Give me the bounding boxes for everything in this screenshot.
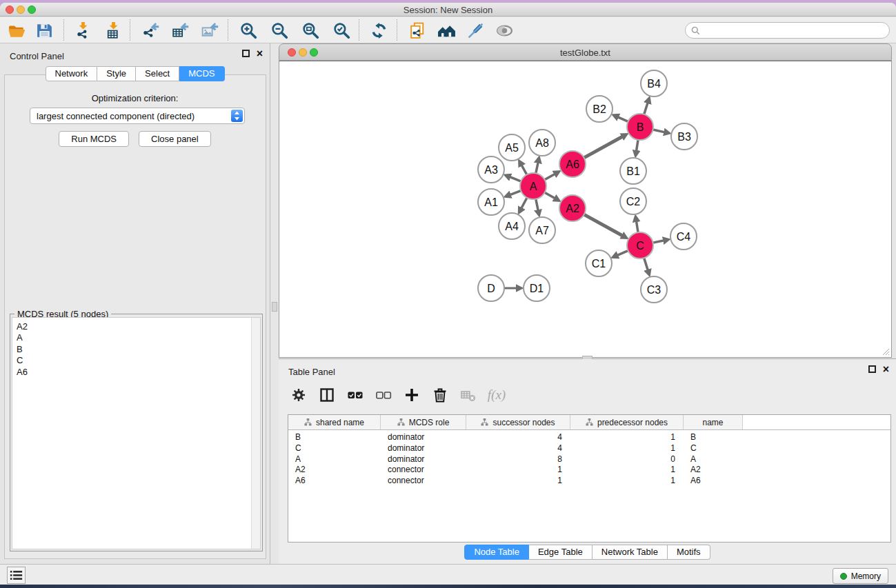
result-list-item[interactable]: A	[12, 332, 260, 343]
float-table-panel-icon[interactable]	[868, 365, 876, 373]
import-table-button[interactable]	[101, 19, 126, 42]
column-header-MCDS-role[interactable]: MCDS role	[381, 415, 466, 429]
table-row[interactable]: A6connector11A6	[288, 476, 890, 487]
float-panel-icon[interactable]	[242, 50, 250, 57]
close-table-panel-icon[interactable]: ×	[883, 365, 889, 373]
edge-B-B4[interactable]	[644, 103, 648, 114]
node-B3[interactable]: B3	[671, 123, 697, 150]
export-image-button[interactable]	[197, 19, 222, 42]
node-A8[interactable]: A8	[529, 130, 555, 156]
node-A[interactable]: A	[520, 173, 546, 199]
search-field[interactable]	[685, 22, 890, 39]
tab-edge-table[interactable]: Edge Table	[529, 545, 593, 560]
close-panel-icon[interactable]: ×	[257, 50, 263, 57]
task-history-button[interactable]	[7, 567, 26, 584]
node-B4[interactable]: B4	[641, 70, 667, 97]
node-C4[interactable]: C4	[670, 223, 697, 250]
hide-annotations-button[interactable]	[463, 19, 488, 42]
edge-A2-C[interactable]	[584, 214, 622, 235]
column-header-shared-name[interactable]: shared name	[288, 415, 381, 429]
export-table-button[interactable]	[168, 19, 192, 42]
edge-A-A7[interactable]	[536, 199, 538, 210]
result-list-scrollbar[interactable]	[251, 318, 260, 549]
edge-A-A5[interactable]	[522, 165, 527, 174]
result-list-item[interactable]: A6	[12, 367, 260, 378]
node-A7[interactable]: A7	[529, 217, 555, 243]
edge-A-A8[interactable]	[536, 163, 538, 173]
open-session-button[interactable]	[4, 19, 29, 42]
edge-A-A6[interactable]	[545, 174, 555, 180]
tab-select[interactable]: Select	[136, 66, 179, 81]
close-panel-button[interactable]: Close panel	[139, 131, 211, 147]
vertical-splitter-grip[interactable]	[272, 302, 277, 312]
select-all-checks-button[interactable]	[345, 385, 366, 405]
node-C1[interactable]: C1	[586, 250, 612, 276]
edge-A6-B[interactable]	[584, 136, 622, 157]
tab-node-table[interactable]: Node Table	[464, 545, 529, 560]
add-row-button[interactable]	[401, 385, 422, 405]
network-graph[interactable]: A A1 A2 A3 A4 A5 A6 A7 A8 B B1 B2 B3 B4 …	[279, 61, 891, 357]
save-session-button[interactable]	[32, 19, 57, 42]
node-B[interactable]: B	[627, 114, 653, 140]
window-resize-grip[interactable]	[881, 347, 890, 356]
edge-A-A4[interactable]	[521, 198, 527, 208]
edge-C-C2[interactable]	[637, 222, 638, 233]
node-B2[interactable]: B2	[586, 96, 613, 122]
result-list-item[interactable]: A2	[12, 321, 260, 332]
tab-style[interactable]: Style	[97, 66, 136, 81]
table-row[interactable]: Bdominator41B	[288, 432, 890, 443]
column-header-predecessor-nodes[interactable]: predecessor nodes	[570, 415, 684, 429]
node-A5[interactable]: A5	[499, 134, 525, 161]
table-row[interactable]: A2connector11A2	[288, 465, 890, 476]
export-network-button[interactable]	[138, 19, 163, 42]
home-network-button[interactable]	[434, 19, 459, 42]
criterion-dropdown[interactable]: largest connected component (directed)	[30, 108, 245, 124]
edge-B-B1[interactable]	[637, 140, 638, 151]
edge-B-B2[interactable]	[618, 117, 628, 121]
zoom-selected-button[interactable]	[329, 19, 354, 42]
node-A3[interactable]: A3	[478, 156, 504, 183]
table-row[interactable]: Adominator80A	[288, 454, 890, 465]
zoom-in-button[interactable]	[236, 19, 261, 42]
node-D[interactable]: D	[478, 275, 504, 301]
node-D1[interactable]: D1	[524, 275, 550, 301]
columns-button[interactable]	[317, 385, 337, 405]
node-A2[interactable]: A2	[559, 195, 586, 221]
column-header-name[interactable]: name	[684, 415, 743, 429]
edge-A-A2[interactable]	[545, 192, 555, 198]
result-list-item[interactable]: B	[12, 344, 260, 355]
delete-row-button[interactable]	[430, 385, 450, 405]
node-A1[interactable]: A1	[478, 189, 504, 215]
network-window-titlebar[interactable]: testGlobe.txt	[279, 43, 892, 61]
column-header-successor-nodes[interactable]: successor nodes	[466, 415, 570, 429]
edge-C-C3[interactable]	[644, 258, 648, 270]
tab-mcds[interactable]: MCDS	[179, 66, 224, 81]
node-C[interactable]: C	[627, 232, 653, 258]
zoom-fit-button[interactable]	[298, 19, 323, 42]
network-canvas[interactable]: A A1 A2 A3 A4 A5 A6 A7 A8 B B1 B2 B3 B4 …	[279, 61, 892, 358]
import-network-button[interactable]	[70, 19, 95, 42]
show-details-eye-button[interactable]	[492, 19, 517, 42]
copy-network-button[interactable]	[405, 19, 430, 42]
tab-network[interactable]: Network	[45, 66, 97, 81]
mcds-result-list[interactable]: A2ABCA6	[12, 317, 261, 549]
node-C2[interactable]: C2	[620, 188, 646, 214]
edge-B-B3[interactable]	[653, 130, 664, 132]
edge-C-C1[interactable]	[618, 251, 628, 256]
search-input[interactable]	[700, 23, 889, 37]
tab-motifs[interactable]: Motifs	[668, 545, 710, 560]
node-B1[interactable]: B1	[620, 158, 646, 184]
edge-A-A3[interactable]	[510, 177, 521, 181]
table-row[interactable]: Cdominator41C	[288, 443, 890, 454]
clear-all-checks-button[interactable]	[373, 385, 394, 405]
node-table[interactable]: shared name MCDS role successor nodes pr…	[288, 414, 891, 543]
run-mcds-button[interactable]: Run MCDS	[59, 131, 129, 147]
node-A4[interactable]: A4	[499, 213, 525, 239]
memory-button[interactable]: Memory	[833, 568, 888, 584]
gear-button[interactable]	[288, 385, 309, 405]
node-A6[interactable]: A6	[559, 151, 586, 177]
tab-network-table[interactable]: Network Table	[593, 545, 668, 560]
edge-C-C4[interactable]	[653, 241, 664, 243]
refresh-layout-button[interactable]	[366, 19, 391, 42]
zoom-out-button[interactable]	[267, 19, 292, 42]
